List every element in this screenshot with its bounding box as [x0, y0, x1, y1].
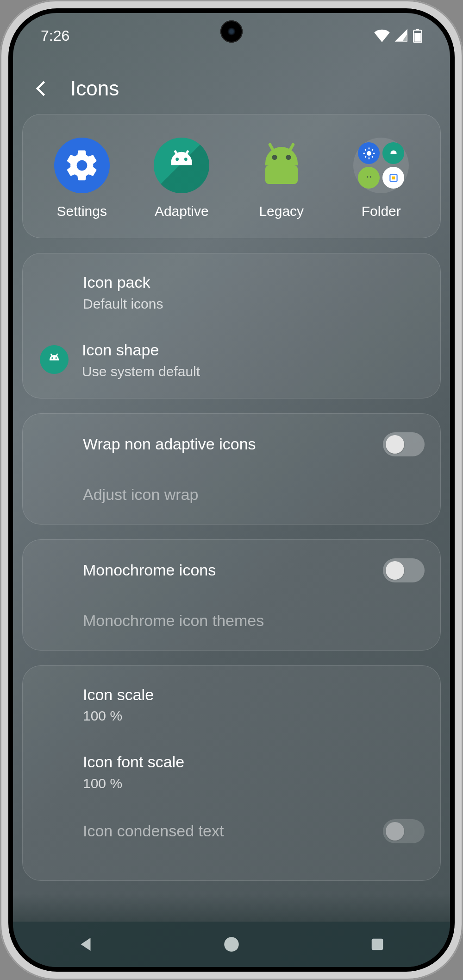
svg-point-15	[224, 937, 239, 952]
svg-point-7	[286, 155, 291, 160]
row-icon-shape[interactable]: Icon shape Use system default	[23, 326, 440, 393]
status-time: 7:26	[41, 27, 69, 44]
row-subtitle: 100 %	[83, 708, 425, 724]
toggle-monochrome[interactable]	[383, 558, 425, 582]
nav-recent-icon[interactable]	[368, 935, 387, 954]
preview-item-adaptive[interactable]: Adaptive	[132, 138, 232, 219]
row-title: Icon condensed text	[83, 821, 371, 842]
row-title: Icon font scale	[83, 752, 425, 773]
signal-icon	[394, 29, 408, 42]
preview-label: Settings	[57, 203, 107, 219]
row-icon-scale[interactable]: Icon scale 100 %	[23, 670, 440, 738]
preview-row: Settings Adaptive	[23, 119, 440, 233]
preview-label: Folder	[362, 203, 401, 219]
svg-rect-5	[265, 165, 298, 184]
row-title: Icon shape	[82, 340, 425, 361]
svg-point-10	[369, 176, 371, 177]
row-wrap-toggle[interactable]: Wrap non adaptive icons	[23, 418, 440, 470]
android-legacy-icon	[254, 138, 309, 193]
camera-notch	[220, 20, 243, 43]
android-shape-icon	[40, 345, 69, 374]
row-subtitle: 100 %	[83, 776, 425, 791]
row-mono-themes: Monochrome icon themes	[23, 596, 440, 645]
svg-point-3	[176, 158, 179, 161]
preview-item-folder[interactable]: Folder	[332, 138, 432, 219]
preview-card: Settings Adaptive	[22, 114, 441, 238]
preview-label: Adaptive	[155, 203, 209, 219]
status-icons	[374, 29, 422, 43]
row-title: Adjust icon wrap	[83, 484, 425, 506]
row-mono-toggle[interactable]: Monochrome icons	[23, 544, 440, 596]
wrap-card: Wrap non adaptive icons Adjust icon wrap	[22, 413, 441, 525]
screen-bezel: 7:26 Icons	[8, 8, 455, 972]
row-font-scale[interactable]: Icon font scale 100 %	[23, 738, 440, 805]
device-frame: 7:26 Icons	[0, 0, 463, 980]
back-icon[interactable]	[31, 78, 52, 99]
svg-rect-16	[371, 939, 383, 950]
svg-point-4	[184, 158, 188, 161]
row-adjust-wrap: Adjust icon wrap	[23, 470, 440, 519]
row-subtitle: Use system default	[82, 364, 425, 379]
android-icon	[154, 138, 209, 193]
row-title: Wrap non adaptive icons	[83, 434, 371, 455]
content: Settings Adaptive	[13, 114, 450, 881]
scale-card: Icon scale 100 % Icon font scale 100 % I…	[22, 665, 441, 881]
settings-icon	[54, 138, 110, 193]
row-title: Monochrome icons	[83, 560, 371, 581]
svg-point-14	[56, 357, 57, 359]
row-icon-pack[interactable]: Icon pack Default icons	[23, 258, 440, 326]
row-title: Monochrome icon themes	[83, 610, 425, 632]
monochrome-card: Monochrome icons Monochrome icon themes	[22, 539, 441, 651]
row-title: Icon scale	[83, 684, 425, 706]
nav-back-icon[interactable]	[76, 935, 95, 954]
wifi-icon	[374, 29, 390, 42]
row-title: Icon pack	[83, 272, 425, 293]
toggle-condensed[interactable]	[383, 819, 425, 843]
svg-rect-2	[414, 33, 421, 42]
battery-icon	[413, 29, 422, 43]
page-title: Icons	[70, 77, 119, 100]
svg-point-6	[272, 155, 277, 160]
icon-config-card: Icon pack Default icons Icon shape Us	[22, 253, 441, 398]
screen: 7:26 Icons	[13, 13, 450, 967]
svg-rect-12	[392, 176, 395, 179]
svg-point-9	[367, 176, 368, 177]
fade-overlay	[13, 894, 450, 922]
preview-item-settings[interactable]: Settings	[32, 138, 132, 219]
nav-home-icon[interactable]	[222, 935, 241, 954]
toggle-wrap[interactable]	[383, 432, 425, 456]
svg-point-13	[51, 357, 53, 359]
app-header: Icons	[13, 58, 450, 114]
preview-label: Legacy	[259, 203, 304, 219]
svg-point-8	[367, 151, 371, 156]
row-condensed-text[interactable]: Icon condensed text	[23, 805, 440, 857]
preview-item-legacy[interactable]: Legacy	[232, 138, 332, 219]
row-subtitle: Default icons	[83, 296, 425, 312]
nav-bar	[13, 922, 450, 967]
folder-icon	[353, 138, 409, 193]
